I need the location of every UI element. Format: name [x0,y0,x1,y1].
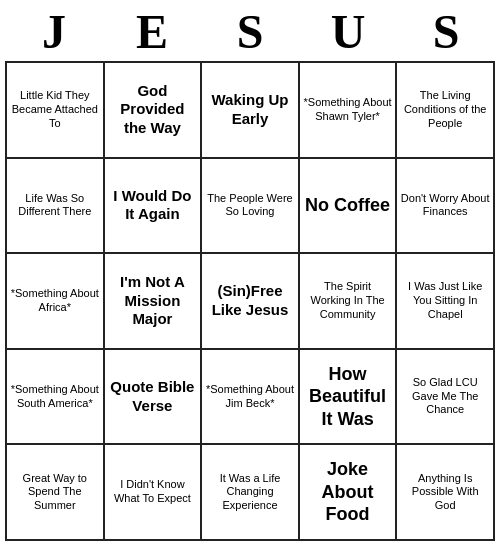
bingo-cell-0-0: Little Kid They Became Attached To [6,62,104,158]
bingo-cell-4-3: Joke About Food [299,444,397,540]
bingo-cell-1-0: Life Was So Different There [6,158,104,254]
bingo-cell-3-2: *Something About Jim Beck* [201,349,299,445]
bingo-title: JESUS [5,0,495,61]
bingo-cell-2-0: *Something About Africa* [6,253,104,349]
bingo-cell-2-1: I'm Not A Mission Major [104,253,202,349]
bingo-cell-4-0: Great Way to Spend The Summer [6,444,104,540]
bingo-cell-3-3: How Beautiful It Was [299,349,397,445]
bingo-cell-4-1: I Didn't Know What To Expect [104,444,202,540]
bingo-grid: Little Kid They Became Attached ToGod Pr… [5,61,495,541]
bingo-letter: J [9,4,99,59]
bingo-cell-1-2: The People Were So Loving [201,158,299,254]
bingo-cell-3-0: *Something About South America* [6,349,104,445]
bingo-cell-2-3: The Spirit Working In The Community [299,253,397,349]
bingo-letter: U [303,4,393,59]
bingo-cell-0-4: The Living Conditions of the People [396,62,494,158]
bingo-cell-3-4: So Glad LCU Gave Me The Chance [396,349,494,445]
bingo-cell-1-4: Don't Worry About Finances [396,158,494,254]
bingo-cell-1-1: I Would Do It Again [104,158,202,254]
bingo-cell-3-1: Quote Bible Verse [104,349,202,445]
bingo-cell-1-3: No Coffee [299,158,397,254]
bingo-cell-2-2: (Sin)Free Like Jesus [201,253,299,349]
bingo-letter: E [107,4,197,59]
bingo-cell-0-2: Waking Up Early [201,62,299,158]
bingo-cell-0-1: God Provided the Way [104,62,202,158]
bingo-cell-2-4: I Was Just Like You Sitting In Chapel [396,253,494,349]
bingo-letter: S [205,4,295,59]
bingo-cell-4-4: Anything Is Possible With God [396,444,494,540]
bingo-cell-4-2: It Was a Life Changing Experience [201,444,299,540]
bingo-letter: S [401,4,491,59]
bingo-cell-0-3: *Something About Shawn Tyler* [299,62,397,158]
